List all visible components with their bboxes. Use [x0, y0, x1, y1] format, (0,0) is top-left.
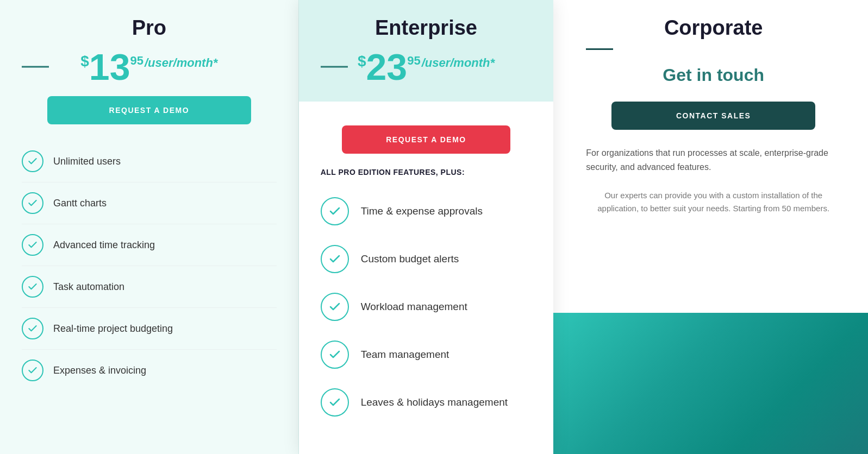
check-icon	[22, 234, 43, 256]
corporate-get-in-touch: Get in touch	[586, 65, 841, 85]
feature-label: Gantt charts	[53, 198, 107, 209]
feature-label: Expenses & invoicing	[53, 365, 146, 376]
enterprise-price-dollar: $	[358, 53, 366, 70]
enterprise-demo-button[interactable]: REQUEST A DEMO	[342, 125, 511, 154]
list-item: Task automation	[22, 266, 277, 308]
list-item: Leaves & holidays management	[321, 379, 532, 426]
check-icon	[321, 245, 349, 273]
check-icon	[22, 276, 43, 298]
pro-price-amount: 13	[89, 48, 130, 85]
enterprise-features-label: ALL PRO EDITION FEATURES, PLUS:	[321, 168, 532, 176]
list-item: Time & expense approvals	[321, 187, 532, 235]
check-icon	[321, 340, 349, 369]
pro-price-row: $ 13 95 /user/month*	[22, 48, 277, 85]
list-item: Gantt charts	[22, 182, 277, 224]
list-item: Custom budget alerts	[321, 235, 532, 283]
pro-column: Pro $ 13 95 /user/month* REQUEST A DEMO …	[0, 0, 299, 454]
enterprise-price-unit: /user/month*	[422, 56, 495, 70]
feature-label: Custom budget alerts	[361, 253, 459, 265]
feature-label: Advanced time tracking	[53, 239, 155, 251]
corporate-desc2: Our experts can provide you with a custo…	[586, 189, 841, 215]
list-item: Real-time project budgeting	[22, 308, 277, 350]
pricing-container: Pro $ 13 95 /user/month* REQUEST A DEMO …	[0, 0, 868, 454]
check-icon	[22, 150, 43, 172]
corporate-plan-name: Corporate	[586, 16, 841, 40]
list-item: Workload management	[321, 283, 532, 331]
corporate-content: Corporate Get in touch CONTACT SALES For…	[586, 16, 841, 215]
pro-price-cents: 95	[130, 54, 143, 68]
feature-label: Team management	[361, 349, 449, 361]
list-item: Unlimited users	[22, 141, 277, 182]
list-item: Team management	[321, 331, 532, 379]
check-icon	[321, 293, 349, 321]
corporate-bg-decoration	[553, 313, 868, 454]
enterprise-price-row: $ 23 95 /user/month*	[321, 48, 532, 85]
enterprise-price-amount: 23	[366, 48, 408, 85]
enterprise-price-cents: 95	[407, 54, 420, 68]
check-icon	[22, 318, 43, 339]
pro-features-list: Unlimited users Gantt charts Advanced ti…	[22, 141, 277, 391]
contact-sales-button[interactable]: CONTACT SALES	[611, 102, 815, 130]
enterprise-body: REQUEST A DEMO ALL PRO EDITION FEATURES,…	[299, 102, 554, 443]
enterprise-features-list: Time & expense approvals Custom budget a…	[321, 187, 532, 426]
check-icon	[321, 197, 349, 225]
feature-label: Task automation	[53, 281, 124, 293]
feature-label: Leaves & holidays management	[361, 396, 508, 408]
check-icon	[22, 192, 43, 214]
feature-label: Unlimited users	[53, 156, 121, 167]
pro-price-unit: /user/month*	[145, 56, 217, 70]
list-item: Expenses & invoicing	[22, 350, 277, 391]
pro-demo-button[interactable]: REQUEST A DEMO	[47, 96, 251, 124]
check-icon	[22, 360, 43, 381]
enterprise-plan-name: Enterprise	[321, 16, 532, 40]
list-item: Advanced time tracking	[22, 224, 277, 266]
pro-price-dollar: $	[80, 53, 89, 70]
check-icon	[321, 388, 349, 417]
corporate-desc1: For organizations that run processes at …	[586, 146, 841, 174]
feature-label: Workload management	[361, 301, 467, 313]
enterprise-header: Enterprise $ 23 95 /user/month*	[299, 0, 554, 102]
enterprise-column: Enterprise $ 23 95 /user/month* REQUEST …	[299, 0, 554, 454]
feature-label: Time & expense approvals	[361, 205, 483, 217]
corporate-column: Corporate Get in touch CONTACT SALES For…	[553, 0, 868, 454]
pro-plan-name: Pro	[22, 16, 277, 40]
feature-label: Real-time project budgeting	[53, 323, 173, 335]
